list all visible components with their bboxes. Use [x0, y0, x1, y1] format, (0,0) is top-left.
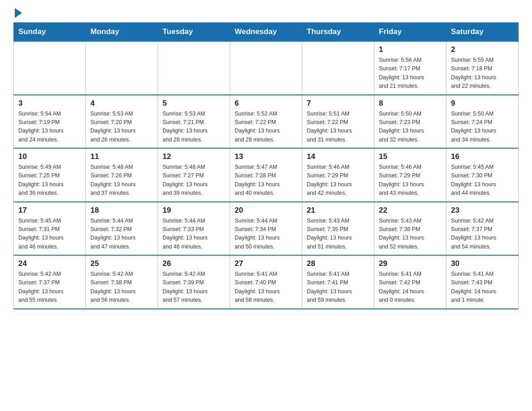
day-info: Sunrise: 5:41 AM Sunset: 7:41 PM Dayligh…	[307, 270, 369, 305]
day-info: Sunrise: 5:47 AM Sunset: 7:28 PM Dayligh…	[235, 163, 297, 198]
day-number: 26	[163, 259, 225, 268]
calendar-cell: 13Sunrise: 5:47 AM Sunset: 7:28 PM Dayli…	[230, 148, 302, 202]
day-number: 17	[18, 206, 81, 215]
day-number: 9	[451, 99, 514, 108]
day-number: 12	[163, 152, 225, 161]
day-info: Sunrise: 5:42 AM Sunset: 7:39 PM Dayligh…	[163, 270, 225, 305]
day-info: Sunrise: 5:44 AM Sunset: 7:32 PM Dayligh…	[90, 217, 153, 252]
calendar-cell: 7Sunrise: 5:51 AM Sunset: 7:22 PM Daylig…	[302, 95, 374, 149]
day-number: 4	[90, 99, 153, 108]
day-number: 29	[379, 259, 442, 268]
day-info: Sunrise: 5:45 AM Sunset: 7:30 PM Dayligh…	[451, 163, 514, 198]
weekday-header-row: SundayMondayTuesdayWednesdayThursdayFrid…	[14, 23, 519, 42]
calendar-cell: 26Sunrise: 5:42 AM Sunset: 7:39 PM Dayli…	[158, 255, 230, 309]
weekday-header-monday: Monday	[86, 23, 158, 42]
day-number: 19	[163, 206, 225, 215]
day-number: 14	[307, 152, 369, 161]
day-number: 25	[90, 259, 153, 268]
calendar-cell: 25Sunrise: 5:42 AM Sunset: 7:38 PM Dayli…	[86, 255, 158, 309]
day-info: Sunrise: 5:54 AM Sunset: 7:19 PM Dayligh…	[18, 110, 81, 145]
calendar-cell: 6Sunrise: 5:52 AM Sunset: 7:22 PM Daylig…	[230, 95, 302, 149]
day-info: Sunrise: 5:48 AM Sunset: 7:26 PM Dayligh…	[90, 163, 153, 198]
day-number: 21	[307, 206, 369, 215]
day-info: Sunrise: 5:50 AM Sunset: 7:24 PM Dayligh…	[451, 110, 514, 145]
calendar-week-row: 10Sunrise: 5:49 AM Sunset: 7:25 PM Dayli…	[14, 148, 519, 202]
logo	[13, 9, 22, 18]
calendar-cell: 22Sunrise: 5:43 AM Sunset: 7:36 PM Dayli…	[374, 202, 446, 256]
day-number: 13	[235, 152, 297, 161]
calendar-cell	[158, 41, 230, 95]
day-info: Sunrise: 5:46 AM Sunset: 7:29 PM Dayligh…	[379, 163, 442, 198]
weekday-header-wednesday: Wednesday	[230, 23, 302, 42]
calendar-week-row: 1Sunrise: 5:56 AM Sunset: 7:17 PM Daylig…	[14, 41, 519, 95]
calendar-cell: 23Sunrise: 5:42 AM Sunset: 7:37 PM Dayli…	[446, 202, 519, 256]
day-number: 18	[90, 206, 153, 215]
day-info: Sunrise: 5:48 AM Sunset: 7:27 PM Dayligh…	[163, 163, 225, 198]
calendar-cell: 28Sunrise: 5:41 AM Sunset: 7:41 PM Dayli…	[302, 255, 374, 309]
calendar-cell: 15Sunrise: 5:46 AM Sunset: 7:29 PM Dayli…	[374, 148, 446, 202]
calendar-cell: 9Sunrise: 5:50 AM Sunset: 7:24 PM Daylig…	[446, 95, 519, 149]
day-number: 8	[379, 99, 442, 108]
logo-arrow-icon	[15, 8, 22, 18]
calendar-cell: 30Sunrise: 5:41 AM Sunset: 7:43 PM Dayli…	[446, 255, 519, 309]
day-number: 28	[307, 259, 369, 268]
calendar-cell: 4Sunrise: 5:53 AM Sunset: 7:20 PM Daylig…	[86, 95, 158, 149]
day-number: 11	[90, 152, 153, 161]
weekday-header-thursday: Thursday	[302, 23, 374, 42]
calendar-week-row: 3Sunrise: 5:54 AM Sunset: 7:19 PM Daylig…	[14, 95, 519, 149]
calendar-cell: 8Sunrise: 5:50 AM Sunset: 7:23 PM Daylig…	[374, 95, 446, 149]
day-info: Sunrise: 5:56 AM Sunset: 7:17 PM Dayligh…	[379, 56, 442, 91]
day-info: Sunrise: 5:55 AM Sunset: 7:18 PM Dayligh…	[451, 56, 514, 91]
calendar-cell: 16Sunrise: 5:45 AM Sunset: 7:30 PM Dayli…	[446, 148, 519, 202]
day-info: Sunrise: 5:46 AM Sunset: 7:29 PM Dayligh…	[307, 163, 369, 198]
day-number: 30	[451, 259, 514, 268]
day-number: 10	[18, 152, 81, 161]
calendar-cell: 20Sunrise: 5:44 AM Sunset: 7:34 PM Dayli…	[230, 202, 302, 256]
day-info: Sunrise: 5:44 AM Sunset: 7:33 PM Dayligh…	[163, 217, 225, 252]
day-info: Sunrise: 5:41 AM Sunset: 7:43 PM Dayligh…	[451, 270, 514, 305]
calendar-week-row: 24Sunrise: 5:42 AM Sunset: 7:37 PM Dayli…	[14, 255, 519, 309]
day-info: Sunrise: 5:42 AM Sunset: 7:38 PM Dayligh…	[90, 270, 153, 305]
day-info: Sunrise: 5:44 AM Sunset: 7:34 PM Dayligh…	[235, 217, 297, 252]
day-number: 16	[451, 152, 514, 161]
day-info: Sunrise: 5:41 AM Sunset: 7:42 PM Dayligh…	[379, 270, 442, 305]
calendar-cell	[14, 41, 86, 95]
day-info: Sunrise: 5:51 AM Sunset: 7:22 PM Dayligh…	[307, 110, 369, 145]
calendar-table: SundayMondayTuesdayWednesdayThursdayFrid…	[13, 22, 519, 309]
calendar-cell: 21Sunrise: 5:43 AM Sunset: 7:35 PM Dayli…	[302, 202, 374, 256]
day-info: Sunrise: 5:41 AM Sunset: 7:40 PM Dayligh…	[235, 270, 297, 305]
day-info: Sunrise: 5:50 AM Sunset: 7:23 PM Dayligh…	[379, 110, 442, 145]
weekday-header-friday: Friday	[374, 23, 446, 42]
day-info: Sunrise: 5:52 AM Sunset: 7:22 PM Dayligh…	[235, 110, 297, 145]
day-number: 22	[379, 206, 442, 215]
calendar-cell: 12Sunrise: 5:48 AM Sunset: 7:27 PM Dayli…	[158, 148, 230, 202]
day-number: 24	[18, 259, 81, 268]
calendar-cell: 1Sunrise: 5:56 AM Sunset: 7:17 PM Daylig…	[374, 41, 446, 95]
calendar-cell: 3Sunrise: 5:54 AM Sunset: 7:19 PM Daylig…	[14, 95, 86, 149]
day-number: 5	[163, 99, 225, 108]
day-info: Sunrise: 5:45 AM Sunset: 7:31 PM Dayligh…	[18, 217, 81, 252]
calendar-cell: 14Sunrise: 5:46 AM Sunset: 7:29 PM Dayli…	[302, 148, 374, 202]
calendar-cell: 17Sunrise: 5:45 AM Sunset: 7:31 PM Dayli…	[14, 202, 86, 256]
weekday-header-sunday: Sunday	[14, 23, 86, 42]
weekday-header-saturday: Saturday	[446, 23, 519, 42]
calendar-cell: 19Sunrise: 5:44 AM Sunset: 7:33 PM Dayli…	[158, 202, 230, 256]
day-number: 27	[235, 259, 297, 268]
calendar-cell	[86, 41, 158, 95]
calendar-cell: 2Sunrise: 5:55 AM Sunset: 7:18 PM Daylig…	[446, 41, 519, 95]
day-info: Sunrise: 5:49 AM Sunset: 7:25 PM Dayligh…	[18, 163, 81, 198]
day-number: 2	[451, 45, 514, 54]
day-info: Sunrise: 5:53 AM Sunset: 7:21 PM Dayligh…	[163, 110, 225, 145]
calendar-cell	[230, 41, 302, 95]
day-number: 20	[235, 206, 297, 215]
day-number: 3	[18, 99, 81, 108]
calendar-cell	[302, 41, 374, 95]
calendar-cell: 27Sunrise: 5:41 AM Sunset: 7:40 PM Dayli…	[230, 255, 302, 309]
day-info: Sunrise: 5:43 AM Sunset: 7:36 PM Dayligh…	[379, 217, 442, 252]
day-info: Sunrise: 5:43 AM Sunset: 7:35 PM Dayligh…	[307, 217, 369, 252]
calendar-cell: 29Sunrise: 5:41 AM Sunset: 7:42 PM Dayli…	[374, 255, 446, 309]
calendar-cell: 18Sunrise: 5:44 AM Sunset: 7:32 PM Dayli…	[86, 202, 158, 256]
day-number: 1	[379, 45, 442, 54]
weekday-header-tuesday: Tuesday	[158, 23, 230, 42]
day-info: Sunrise: 5:53 AM Sunset: 7:20 PM Dayligh…	[90, 110, 153, 145]
